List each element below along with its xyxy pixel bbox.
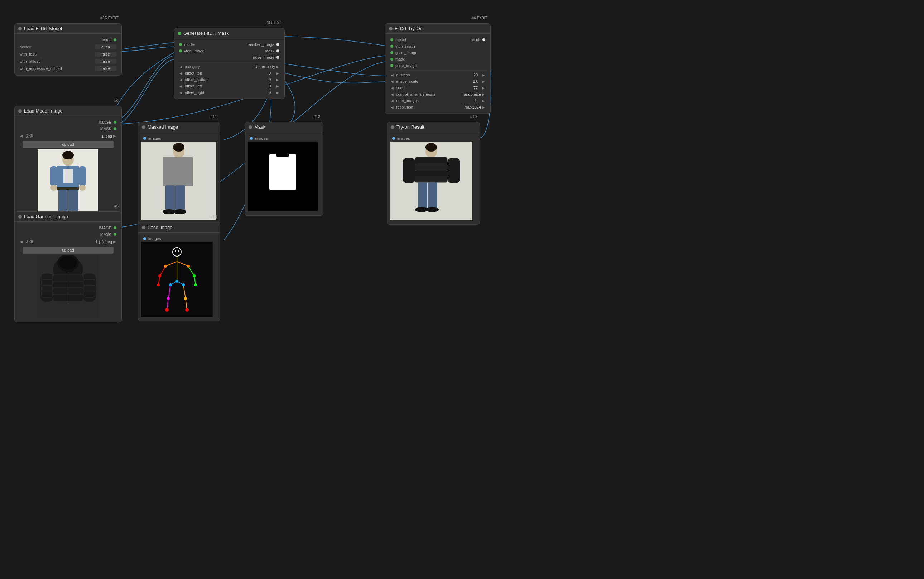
node-id-label: #11 (211, 114, 217, 119)
svg-rect-49 (415, 157, 447, 164)
svg-point-58 (426, 207, 439, 212)
node-status-dot (18, 215, 22, 219)
svg-rect-54 (447, 158, 460, 183)
svg-point-78 (187, 265, 190, 268)
control-after-generate-stepper: ◀ control_after_generate randomize ▶ (388, 92, 487, 97)
node-id-label: #13 (211, 214, 217, 219)
svg-rect-24 (41, 274, 53, 280)
vton-image-input-port: vton_image (388, 43, 420, 49)
node-status-dot (142, 226, 145, 229)
masked-image-preview (141, 142, 217, 221)
svg-rect-30 (83, 280, 95, 286)
node-title: Load Garment Image (24, 214, 68, 219)
svg-rect-55 (418, 182, 427, 208)
pose-image-input-port: pose_image (388, 62, 420, 69)
svg-rect-27 (41, 291, 53, 298)
node-status-dot (178, 31, 181, 35)
mask-output-port: MASK (18, 231, 119, 237)
node-title: Load FitDiT Model (24, 26, 62, 31)
svg-rect-39 (165, 185, 175, 210)
node-title: FitDiT Try-On (395, 26, 423, 31)
svg-rect-56 (428, 182, 437, 208)
mask-node: #12 Mask images (245, 122, 323, 216)
offset-bottom-stepper: ◀ offset_bottom 0 ▶ (177, 77, 281, 82)
upload-button[interactable]: upload (23, 141, 114, 148)
num-images-stepper: ◀ num_images 1 ▶ (388, 98, 487, 103)
n-steps-stepper: ◀ n_steps 20 ▶ (388, 72, 487, 78)
mask-image-preview (248, 142, 320, 213)
svg-point-87 (184, 297, 187, 300)
svg-rect-7 (79, 166, 86, 186)
svg-point-61 (175, 250, 176, 252)
svg-point-42 (173, 209, 186, 214)
image-file-stepper: ◀ 図像 1.jpeg ▶ (18, 132, 119, 139)
mask-output-port: MASK (18, 125, 119, 132)
offset-top-stepper: ◀ offset_top 0 ▶ (177, 70, 281, 76)
svg-rect-12 (57, 187, 79, 190)
svg-rect-52 (415, 177, 447, 182)
vton-image-input-port: vton_image (177, 47, 207, 54)
svg-rect-25 (41, 280, 53, 286)
node-title: Mask (254, 124, 265, 130)
image-scale-stepper: ◀ image_scale 2.0 ▶ (388, 79, 487, 84)
load-fitdit-model-node: #16 FitDiT Load FitDiT Model model devic… (14, 23, 122, 75)
garment-file-stepper: ◀ 図像 1 (1).jpeg ▶ (18, 238, 119, 245)
node-title: Masked Image (147, 124, 178, 130)
svg-rect-38 (163, 157, 193, 186)
svg-point-82 (194, 283, 197, 286)
svg-rect-11 (69, 188, 78, 211)
svg-point-83 (175, 280, 178, 283)
svg-rect-10 (59, 188, 68, 211)
images-input-port: images (141, 135, 217, 142)
svg-point-88 (165, 308, 169, 312)
device-field: device cuda (18, 44, 119, 50)
svg-point-89 (185, 308, 189, 312)
with-offload-field: with_offload false (18, 58, 119, 64)
model-image-preview (38, 149, 98, 221)
images-input-port: images (141, 236, 217, 242)
svg-point-77 (164, 265, 167, 268)
pose-image-output-port: pose_image (245, 54, 281, 61)
svg-rect-53 (403, 158, 415, 183)
node-id-label: #16 FitDiT (100, 16, 119, 20)
svg-rect-26 (41, 285, 53, 292)
svg-point-80 (193, 275, 196, 277)
svg-rect-45 (276, 152, 289, 157)
with-fp16-field: with_fp16 false (18, 51, 119, 57)
with-aggressive-offload-field: with_aggressive_offload false (18, 65, 119, 72)
model-input-port: model (388, 36, 420, 43)
svg-point-48 (426, 143, 437, 152)
node-title: Load Model Image (24, 108, 63, 114)
svg-rect-6 (50, 166, 57, 186)
image-output-port: IMAGE (18, 119, 119, 125)
resolution-stepper: ◀ resolution 768x1024 ▶ (388, 104, 487, 110)
node-status-dot (248, 125, 252, 129)
svg-point-9 (79, 185, 86, 191)
images-input-port: images (390, 135, 477, 142)
node-status-dot (391, 125, 394, 129)
seed-stepper: ◀ seed 77 ▶ (388, 85, 487, 91)
tryon-result-node: #10 Try-on Result images (387, 122, 480, 225)
svg-point-79 (158, 275, 161, 277)
svg-point-62 (178, 250, 179, 252)
node-id-label: #5 (114, 204, 119, 208)
node-status-dot (389, 27, 392, 31)
node-id-label: #6 (114, 98, 119, 103)
node-id-label: #4 FitDiT (471, 16, 487, 20)
svg-point-37 (173, 143, 184, 152)
result-image-preview (390, 142, 477, 221)
node-id-label: #12 (314, 114, 320, 119)
garm-image-input-port: garm_image (388, 49, 420, 56)
svg-point-85 (182, 283, 185, 286)
category-stepper: ◀ category Upper-body ▶ (177, 64, 281, 70)
mask-output-port: mask (245, 47, 281, 54)
load-garment-image-node: #5 Load Garment Image IMAGE MASK ◀ 図像 1 … (14, 211, 122, 322)
offset-right-stepper: ◀ offset_right 0 ▶ (177, 90, 281, 95)
pose-image-preview (141, 242, 217, 318)
node-title: Try-on Result (397, 124, 424, 130)
offset-left-stepper: ◀ offset_left 0 ▶ (177, 83, 281, 89)
model-input-port: model (177, 41, 207, 47)
upload-garment-button[interactable]: upload (23, 247, 114, 254)
node-title: Generate FitDiT Mask (183, 31, 229, 36)
node-title: Pose Image (147, 225, 172, 230)
